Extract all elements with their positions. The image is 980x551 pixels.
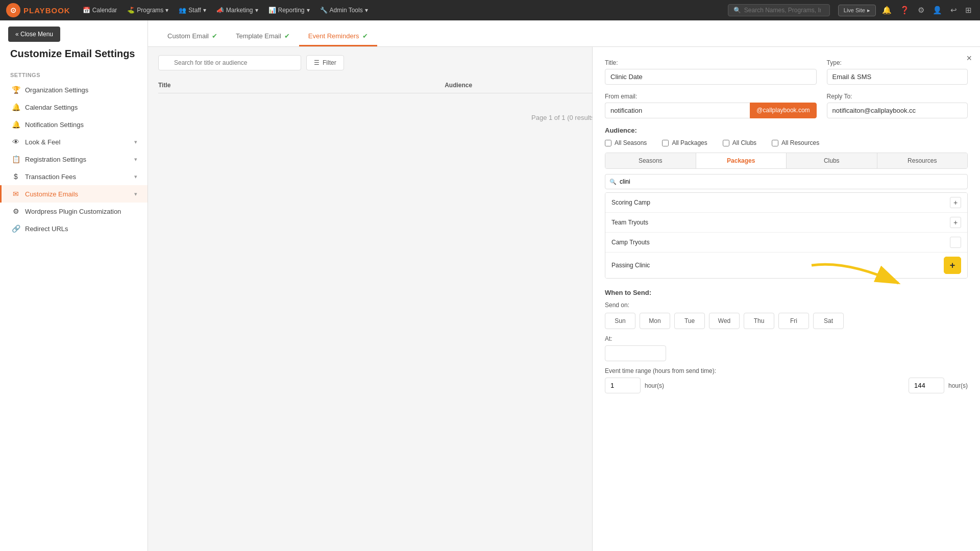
days-row: Sun Mon Tue Wed Thu Fri Sat xyxy=(605,313,968,329)
day-fri-button[interactable]: Fri xyxy=(778,313,809,329)
check-all-resources[interactable]: All Resources xyxy=(772,139,819,146)
global-search-input[interactable] xyxy=(744,7,821,14)
gear-icon: ⚙ xyxy=(12,207,20,215)
audience-search-input[interactable] xyxy=(605,174,968,189)
range-end-input[interactable] xyxy=(909,378,944,393)
settings-icon[interactable]: ⚙ xyxy=(916,5,926,16)
when-to-send-label: When to Send: xyxy=(605,289,968,296)
notifications-icon[interactable]: 🔔 xyxy=(880,5,894,16)
package-item-scoring-camp: Scoring Camp + xyxy=(605,193,967,213)
sidebar-item-organization-settings[interactable]: 🏆 Organization Settings xyxy=(0,81,148,98)
day-sat-button[interactable]: Sat xyxy=(813,313,844,329)
tab-template-email[interactable]: Template Email ✔ xyxy=(227,26,299,46)
grid-icon[interactable]: ⊞ xyxy=(963,5,974,16)
add-passing-clinic-button[interactable]: + xyxy=(944,257,961,274)
all-seasons-checkbox[interactable] xyxy=(605,140,611,146)
at-time-input[interactable] xyxy=(605,345,666,361)
range-row: hour(s) hour(s) xyxy=(605,378,968,393)
day-wed-button[interactable]: Wed xyxy=(709,313,740,329)
sidebar-title: Customize Email Settings xyxy=(0,48,148,68)
check-icon: ✔ xyxy=(284,32,290,40)
audience-checks: All Seasons All Packages All Clubs All R… xyxy=(605,139,968,146)
audience-tab-packages[interactable]: Packages xyxy=(696,153,787,168)
nav-reporting[interactable]: 📊 Reporting ▾ xyxy=(264,5,314,16)
from-email-label: From email: xyxy=(605,93,817,100)
sidebar-item-notification-settings[interactable]: 🔔 Notification Settings xyxy=(0,116,148,133)
trophy-icon: 🏆 xyxy=(12,86,20,94)
audience-search-icon: 🔍 xyxy=(609,179,617,185)
package-item-team-tryouts: Team Tryouts + xyxy=(605,213,967,233)
detail-close-button[interactable]: × xyxy=(966,53,972,64)
app-layout: « Close Menu Customize Email Settings SE… xyxy=(0,20,980,551)
check-all-packages[interactable]: All Packages xyxy=(662,139,707,146)
all-resources-checkbox[interactable] xyxy=(772,140,778,146)
filter-button[interactable]: ☰ Filter xyxy=(306,55,344,70)
dollar-icon: $ xyxy=(12,172,20,181)
nav-staff[interactable]: 👥 Staff ▾ xyxy=(175,5,210,16)
sidebar-item-transaction-fees[interactable]: $ Transaction Fees ▾ xyxy=(0,168,148,185)
filter-icon: ☰ xyxy=(314,59,320,66)
settings-section-label: SETTINGS xyxy=(0,68,148,81)
from-email-group: From email: @callplaybook.com xyxy=(605,93,817,118)
sidebar-item-calendar-settings[interactable]: 🔔 Calendar Settings xyxy=(0,98,148,116)
from-email-input-wrap: @callplaybook.com xyxy=(605,103,817,118)
sidebar: « Close Menu Customize Email Settings SE… xyxy=(0,20,148,551)
add-scoring-camp-button[interactable]: + xyxy=(950,197,961,208)
day-tue-button[interactable]: Tue xyxy=(674,313,705,329)
add-camp-tryouts-button[interactable] xyxy=(950,237,961,248)
check-all-seasons[interactable]: All Seasons xyxy=(605,139,647,146)
column-title: Title xyxy=(158,82,445,89)
link-icon: 🔗 xyxy=(12,224,20,233)
nav-marketing[interactable]: 📣 Marketing ▾ xyxy=(212,5,262,16)
all-packages-checkbox[interactable] xyxy=(662,140,669,146)
eye-icon: 👁 xyxy=(12,138,20,146)
type-select[interactable]: Email & SMS Email Only SMS Only xyxy=(827,69,968,85)
list-search-input[interactable] xyxy=(158,55,301,70)
back-icon[interactable]: ↩ xyxy=(948,5,959,16)
live-site-button[interactable]: Live Site ▸ xyxy=(838,5,876,16)
from-email-input[interactable] xyxy=(605,103,750,118)
chevron-down-icon: ▾ xyxy=(134,139,137,145)
nav-programs[interactable]: ⛳ Programs ▾ xyxy=(123,5,173,16)
day-thu-button[interactable]: Thu xyxy=(744,313,774,329)
email-row: From email: @callplaybook.com Reply To: xyxy=(605,93,968,118)
global-search[interactable]: 🔍 xyxy=(728,4,830,16)
main-content: Custom Email ✔ Template Email ✔ Event Re… xyxy=(148,20,980,551)
reply-to-group: Reply To: xyxy=(827,93,968,118)
range-end-unit: hour(s) xyxy=(948,382,968,389)
user-icon[interactable]: 👤 xyxy=(930,5,944,16)
top-navigation: ⊙ PLAYBOOK 📅 Calendar ⛳ Programs ▾ 👥 Sta… xyxy=(0,0,980,20)
audience-tab-resources[interactable]: Resources xyxy=(877,153,968,168)
audience-tab-clubs[interactable]: Clubs xyxy=(787,153,877,168)
help-icon[interactable]: ❓ xyxy=(898,5,912,16)
day-sun-button[interactable]: Sun xyxy=(605,313,635,329)
topnav-actions: Live Site ▸ 🔔 ❓ ⚙ 👤 ↩ ⊞ xyxy=(838,5,974,16)
chevron-down-icon: ▾ xyxy=(134,191,137,197)
audience-tab-seasons[interactable]: Seasons xyxy=(605,153,696,168)
reply-to-input[interactable] xyxy=(827,103,968,118)
close-menu-button[interactable]: « Close Menu xyxy=(8,27,60,42)
range-start-input[interactable] xyxy=(605,378,641,393)
nav-calendar[interactable]: 📅 Calendar xyxy=(79,5,121,16)
title-input[interactable] xyxy=(605,69,817,85)
nav-admin-tools[interactable]: 🔧 Admin Tools ▾ xyxy=(316,5,372,16)
send-on-label: Send on: xyxy=(605,302,968,309)
email-suffix: @callplaybook.com xyxy=(750,103,816,118)
notification-bell-icon: 🔔 xyxy=(12,120,20,129)
sidebar-item-look-and-feel[interactable]: 👁 Look & Feel ▾ xyxy=(0,133,148,151)
chevron-down-icon: ▾ xyxy=(134,173,137,180)
check-all-clubs[interactable]: All Clubs xyxy=(723,139,756,146)
sidebar-item-customize-emails[interactable]: ✉ Customize Emails ▾ xyxy=(0,185,148,203)
all-clubs-checkbox[interactable] xyxy=(723,140,729,146)
sidebar-item-redirect-urls[interactable]: 🔗 Redirect URLs xyxy=(0,220,148,237)
audience-search-wrap: 🔍 xyxy=(605,174,968,189)
tab-custom-email[interactable]: Custom Email ✔ xyxy=(158,26,227,46)
logo[interactable]: ⊙ PLAYBOOK xyxy=(6,3,70,17)
sidebar-item-registration-settings[interactable]: 📋 Registration Settings ▾ xyxy=(0,151,148,168)
sidebar-item-wordpress[interactable]: ⚙ Wordpress Plugin Customization xyxy=(0,203,148,220)
logo-text: PLAYBOOK xyxy=(23,6,70,15)
tab-event-reminders[interactable]: Event Reminders ✔ xyxy=(299,26,377,46)
add-team-tryouts-button[interactable]: + xyxy=(950,217,961,228)
reply-to-label: Reply To: xyxy=(827,93,968,100)
day-mon-button[interactable]: Mon xyxy=(640,313,670,329)
